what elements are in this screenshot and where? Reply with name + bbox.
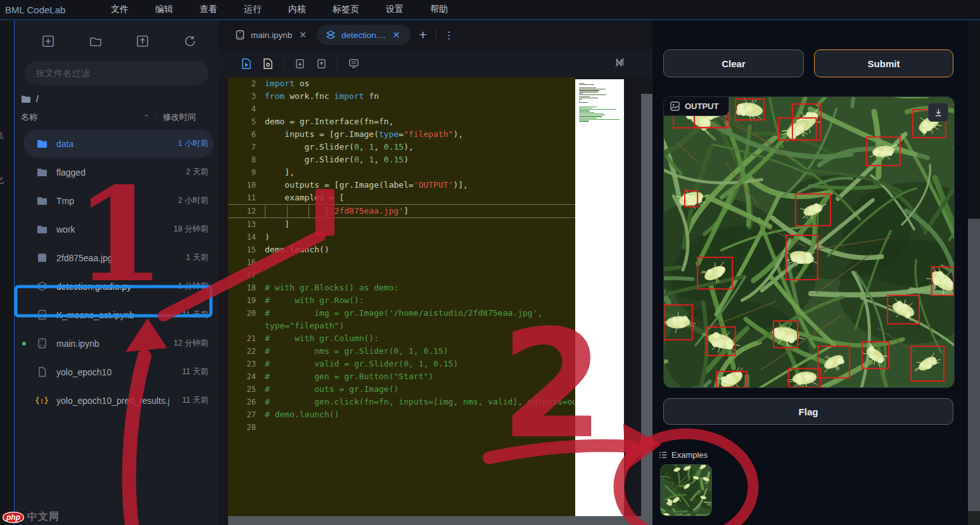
file-modified-time: 11 天前: [182, 309, 208, 320]
kernel-status-icon[interactable]: [614, 56, 626, 71]
code-line-17: 17: [228, 269, 575, 282]
filter-files-input[interactable]: [25, 61, 208, 85]
menu-item-kernel[interactable]: 内核: [275, 4, 319, 15]
file-row-yolo-epoch10[interactable]: yolo_epoch1011 天前: [23, 358, 213, 386]
folder-icon: [37, 138, 48, 149]
flag-button[interactable]: Flag: [663, 398, 953, 425]
scrollbar-thumb[interactable]: [968, 219, 980, 511]
code-line-11: 11 examples = [: [228, 191, 575, 204]
breadcrumb[interactable]: /: [21, 94, 219, 104]
refresh-icon[interactable]: [183, 34, 197, 51]
editor-area: main.ipynb ✕ detection.... ✕ + ⋮ 2import…: [219, 20, 652, 525]
file-row-detection-gradio-py[interactable]: detection.gradio.py1 分钟前: [23, 272, 213, 301]
save-icon[interactable]: [257, 58, 278, 70]
image-file-icon: [37, 252, 48, 263]
line-number: 17: [228, 269, 265, 282]
file-modified-time: 12 分钟前: [174, 338, 208, 349]
file-row-K-means-act-ipynb[interactable]: K_means_act.ipynb11 天前: [23, 301, 213, 329]
menu-item-edit[interactable]: 编辑: [142, 4, 186, 15]
submit-button[interactable]: Submit: [814, 49, 953, 77]
line-number: 7: [228, 141, 265, 153]
editor-horizontal-scrollbar[interactable]: [228, 516, 652, 525]
line-number: 6: [228, 128, 265, 141]
code-editor[interactable]: 2import os3from work.fnc import fn45demo…: [228, 77, 575, 516]
line-number: 14: [228, 231, 265, 243]
preview-scrollbar[interactable]: [641, 94, 652, 516]
menu-item-view[interactable]: 查看: [186, 4, 231, 15]
folder-icon: [37, 195, 48, 206]
import-icon[interactable]: [310, 58, 332, 70]
open-console-icon[interactable]: [343, 58, 364, 70]
file-modified-time: 1 天前: [186, 252, 208, 263]
close-tab-icon[interactable]: ✕: [391, 30, 402, 40]
new-tab-icon[interactable]: +: [410, 27, 436, 42]
line-number: 2: [228, 77, 265, 90]
menu-item-help[interactable]: 帮助: [417, 4, 461, 15]
file-row-work[interactable]: work18 分钟前: [23, 215, 213, 243]
file-icon: [37, 366, 48, 377]
output-image-panel[interactable]: OUTPUT: [663, 96, 955, 388]
code-line-28: 28: [228, 421, 575, 434]
list-icon: [659, 451, 667, 459]
code-line-6: 6 inputs = [gr.Image(type="filepath"),: [228, 128, 575, 141]
menu-item-file[interactable]: 文件: [98, 4, 142, 15]
column-modified[interactable]: 修改时间: [163, 112, 212, 123]
code-line-12: 12 ['2fd875eaa.jpg']: [228, 204, 575, 218]
line-number: [228, 320, 265, 332]
file-list-header: 名称 ⌃ 修改时间: [21, 112, 212, 128]
file-name: K_means_act.ipynb: [56, 310, 134, 320]
modified-dot: [22, 342, 26, 346]
new-folder-icon[interactable]: [89, 34, 103, 51]
clear-button[interactable]: Clear: [663, 49, 804, 77]
examples-label: Examples: [659, 450, 708, 460]
file-row-yolo-epoch10-pred-results-js[interactable]: {:}yolo_epoch10_pred_results.js11 天前: [23, 386, 213, 415]
tab-options-icon[interactable]: ⋮: [436, 29, 462, 41]
export-icon[interactable]: [289, 58, 310, 70]
detection-result-image: [664, 97, 954, 387]
line-number: 23: [228, 358, 265, 370]
download-output-button[interactable]: [928, 103, 948, 122]
file-name: work: [56, 224, 75, 235]
code-line-20: 20# img = gr.Image('/home/aistudio/2fd87…: [228, 307, 575, 320]
file-row-flagged[interactable]: flagged2 天前: [23, 158, 213, 186]
menu-item-settings[interactable]: 设置: [372, 4, 417, 15]
line-number: 3: [228, 90, 265, 103]
file-toolbar: [15, 20, 219, 51]
file-modified-time: 1 分钟前: [178, 281, 208, 292]
file-modified-time: 11 天前: [182, 366, 208, 377]
close-tab-icon[interactable]: ✕: [298, 30, 308, 40]
line-number: 12: [228, 205, 265, 217]
page-scrollbar[interactable]: [968, 20, 980, 525]
code-line-24: 24# gen = gr.Button("Start"): [228, 370, 575, 383]
editor-toolbar: [219, 49, 652, 77]
sort-asc-icon[interactable]: ⌃: [144, 113, 150, 122]
file-row-2fd875eaa-jpg[interactable]: 2fd875eaa.jpg1 天前: [23, 243, 213, 272]
minimap[interactable]: [575, 79, 624, 516]
activity-tab-label[interactable]: 集: [0, 129, 4, 141]
gradio-preview: Clear Submit OUTPUT Flag Examples: [652, 20, 968, 525]
activity-tab-label[interactable]: 化: [0, 174, 4, 186]
line-number: 11: [228, 191, 265, 204]
upload-icon[interactable]: [136, 34, 150, 51]
file-modified-time: 2 天前: [186, 167, 208, 178]
folder-icon: [37, 224, 48, 235]
file-name: data: [56, 139, 73, 149]
file-name: yolo_epoch10_pred_results.js: [56, 396, 169, 406]
tab-main-ipynb[interactable]: main.ipynb ✕: [226, 25, 317, 45]
file-row-data[interactable]: data1 小时前: [23, 129, 213, 158]
line-number: 5: [228, 115, 265, 128]
menu-item-run[interactable]: 运行: [231, 4, 275, 15]
new-launcher-icon[interactable]: [41, 34, 55, 51]
code-line-22: 22# nms = gr.Slider(0, 1, 0.15): [228, 345, 575, 358]
tab-detection-gradio[interactable]: detection.... ✕: [317, 25, 410, 45]
column-name[interactable]: 名称: [21, 112, 37, 123]
file-row-main-ipynb[interactable]: main.ipynb12 分钟前: [23, 329, 213, 358]
code-line-wrap: type="filepath"): [228, 320, 575, 332]
tab-bar: main.ipynb ✕ detection.... ✕ + ⋮: [219, 20, 652, 49]
example-thumbnail[interactable]: [660, 464, 712, 516]
run-file-icon[interactable]: [235, 58, 257, 70]
file-row-Tmp[interactable]: Tmp2 小时前: [23, 186, 213, 215]
menu-item-tabs[interactable]: 标签页: [319, 4, 372, 15]
code-line-2: 2import os: [228, 77, 575, 90]
notebook-file-icon: [37, 338, 48, 349]
